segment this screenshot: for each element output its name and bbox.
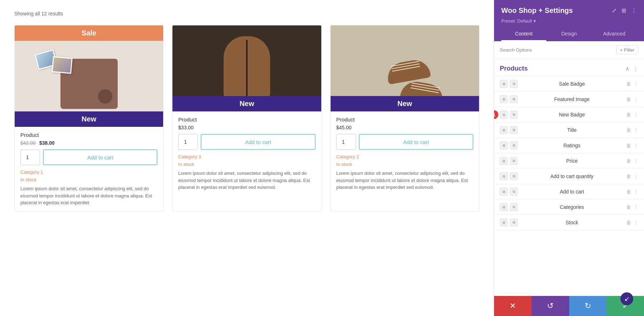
copy-icon-stock[interactable]: ⧉ — [510, 219, 518, 226]
add-to-cart-btn-1[interactable]: Add to cart — [43, 149, 157, 165]
module-item-add-to-cart-quantity[interactable]: ⚙ ⧉ Add to cart quantity 🗑 ⋮ — [494, 169, 644, 184]
product-desc-3: Lorem ipsum dolor sit amet, consectetur … — [336, 170, 473, 191]
settings-icon-atc[interactable]: ⚙ — [500, 188, 508, 196]
more-icon-categories[interactable]: ⋮ — [633, 204, 638, 210]
copy-icon-ratings[interactable]: ⧉ — [510, 142, 518, 149]
settings-icon-ratings[interactable]: ⚙ — [500, 142, 508, 149]
delete-icon-new-badge[interactable]: 🗑 — [626, 112, 631, 118]
add-to-cart-btn-3[interactable]: Add to cart — [359, 134, 473, 150]
module-item-price[interactable]: ⚙ ⧉ Price 🗑 ⋮ — [494, 153, 644, 169]
more-icon-atc[interactable]: ⋮ — [633, 189, 638, 195]
settings-icon-categories[interactable]: ⚙ — [500, 203, 508, 211]
more-icon-sale-badge[interactable]: ⋮ — [633, 81, 638, 87]
module-item-ratings[interactable]: ⚙ ⧉ Ratings 🗑 ⋮ — [494, 138, 644, 153]
module-icons-featured-image: ⚙ ⧉ — [500, 95, 518, 103]
shoe-left — [385, 58, 431, 85]
product-info-2: Product $33.00 Add to cart Category 3 In… — [172, 111, 321, 196]
copy-icon-title[interactable]: ⧉ — [510, 126, 518, 134]
price-3: $45.00 — [336, 125, 352, 130]
module-item-new-badge[interactable]: ⚙ ⧉ New Badge 🗑 ⋮ 1 — [494, 107, 644, 123]
delete-icon-atcq[interactable]: 🗑 — [626, 173, 631, 179]
product-image-1: New — [15, 41, 163, 127]
product-price-3: $45.00 — [336, 125, 473, 130]
settings-icon-stock[interactable]: ⚙ — [500, 219, 508, 226]
more-icon[interactable]: ⋮ — [631, 7, 637, 14]
tab-content[interactable]: Content — [501, 27, 546, 41]
add-to-cart-btn-2[interactable]: Add to cart — [201, 134, 315, 150]
cancel-button[interactable]: ✕ — [494, 296, 532, 316]
qty-input-3[interactable] — [336, 134, 356, 150]
settings-icon-price[interactable]: ⚙ — [500, 157, 508, 165]
delete-icon-featured-image[interactable]: 🗑 — [626, 96, 631, 102]
undo-button[interactable]: ↺ — [532, 296, 569, 316]
product-desc-1: Lorem ipsum dolor sit amet, consectetur … — [20, 185, 157, 206]
more-icon-price[interactable]: ⋮ — [633, 158, 638, 164]
product-name-2: Product — [178, 116, 315, 123]
module-actions-new-badge: 🗑 ⋮ — [626, 112, 638, 118]
new-overlay-3: New — [331, 96, 479, 111]
module-item-sale-badge[interactable]: ⚙ ⧉ Sale Badge 🗑 ⋮ — [494, 76, 644, 92]
more-icon-stock[interactable]: ⋮ — [633, 220, 638, 225]
copy-icon-atc[interactable]: ⧉ — [510, 188, 518, 196]
module-icons-title: ⚙ ⧉ — [500, 126, 518, 134]
tab-design[interactable]: Design — [546, 27, 591, 41]
delete-icon-price[interactable]: 🗑 — [626, 158, 631, 164]
settings-icon-title[interactable]: ⚙ — [500, 126, 508, 134]
columns-icon[interactable]: ⊞ — [621, 7, 626, 14]
copy-icon-sale-badge[interactable]: ⧉ — [510, 80, 518, 88]
product-category-2[interactable]: Category 3 — [178, 154, 315, 159]
main-content: Showing all 12 results Sale New Product … — [0, 0, 494, 316]
copy-icon-price[interactable]: ⧉ — [510, 157, 518, 165]
copy-icon-categories[interactable]: ⧉ — [510, 203, 518, 211]
delete-icon-title[interactable]: 🗑 — [626, 127, 631, 133]
module-name-stock: Stock — [521, 220, 623, 225]
copy-icon-featured-image[interactable]: ⧉ — [510, 95, 518, 103]
product-image-3: New — [331, 25, 479, 111]
panel-header-icons: ⤢ ⊞ ⋮ — [612, 7, 637, 14]
module-item-add-to-cart[interactable]: ⚙ ⧉ Add to cart 🗑 ⋮ — [494, 184, 644, 200]
right-panel: Woo Shop + Settings ⤢ ⊞ ⋮ Preset: Defaul… — [494, 0, 644, 316]
delete-icon-stock[interactable]: 🗑 — [626, 220, 631, 225]
settings-icon-sale-badge[interactable]: ⚙ — [500, 80, 508, 88]
new-overlay-2: New — [172, 96, 321, 111]
product-image-2: New — [172, 25, 321, 111]
product-category-3[interactable]: Category 2 — [336, 154, 473, 159]
filter-button[interactable]: + Filter — [616, 46, 638, 54]
more-icon-atcq[interactable]: ⋮ — [633, 173, 638, 179]
more-icon-title[interactable]: ⋮ — [633, 127, 638, 133]
qty-input-2[interactable] — [178, 134, 198, 150]
collapse-icon[interactable]: ∧ — [625, 66, 629, 72]
sale-badge-1: Sale — [15, 25, 163, 41]
section-more-icon[interactable]: ⋮ — [633, 66, 638, 72]
qty-input-1[interactable] — [20, 149, 40, 165]
module-item-featured-image[interactable]: ⚙ ⧉ Featured Image 🗑 ⋮ — [494, 92, 644, 107]
module-item-stock[interactable]: ⚙ ⧉ Stock 🗑 ⋮ — [494, 215, 644, 230]
redo-button[interactable]: ↻ — [569, 296, 607, 316]
more-icon-ratings[interactable]: ⋮ — [633, 143, 638, 148]
fullscreen-icon[interactable]: ⤢ — [612, 7, 616, 14]
delete-icon-atc[interactable]: 🗑 — [626, 189, 631, 195]
tab-advanced[interactable]: Advanced — [592, 27, 637, 41]
more-icon-new-badge[interactable]: ⋮ — [633, 112, 638, 118]
module-name-new-badge: New Badge — [521, 112, 623, 118]
copy-icon-atcq[interactable]: ⧉ — [510, 172, 518, 180]
panel-preset[interactable]: Preset: Default ▾ — [501, 18, 637, 24]
module-actions-title: 🗑 ⋮ — [626, 127, 638, 133]
more-icon-featured-image[interactable]: ⋮ — [633, 96, 638, 102]
product-card-2: New Product $33.00 Add to cart Category … — [172, 25, 321, 212]
settings-icon-featured-image[interactable]: ⚙ — [500, 95, 508, 103]
module-icons-price: ⚙ ⧉ — [500, 157, 518, 165]
copy-icon-new-badge[interactable]: ⧉ — [510, 111, 518, 119]
module-item-title[interactable]: ⚙ ⧉ Title 🗑 ⋮ — [494, 123, 644, 138]
delete-icon-sale-badge[interactable]: 🗑 — [626, 81, 631, 87]
module-item-categories[interactable]: ⚙ ⧉ Categories 🗑 ⋮ — [494, 200, 644, 215]
module-icons-new-badge: ⚙ ⧉ — [500, 111, 518, 119]
add-to-cart-row-2: Add to cart — [178, 134, 315, 150]
settings-icon-atcq[interactable]: ⚙ — [500, 172, 508, 180]
panel-body-wrapper: Search Options + Filter Products ∧ ⋮ ⚙ ⧉ — [494, 41, 644, 296]
product-category-1[interactable]: Category 1 — [20, 169, 157, 175]
panel-title: Woo Shop + Settings — [501, 6, 573, 15]
delete-icon-categories[interactable]: 🗑 — [626, 204, 631, 210]
settings-icon-new-badge[interactable]: ⚙ — [500, 111, 508, 119]
delete-icon-ratings[interactable]: 🗑 — [626, 143, 631, 148]
